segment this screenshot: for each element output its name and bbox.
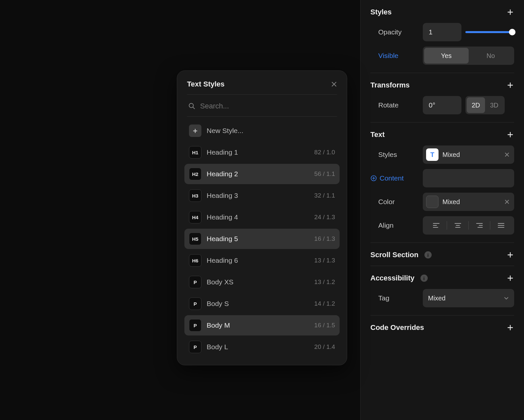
close-icon[interactable]: [331, 81, 337, 87]
align-center-button[interactable]: [447, 220, 468, 231]
style-name: Heading 6: [207, 257, 309, 264]
add-style-button[interactable]: [506, 8, 514, 16]
color-value: Mixed: [442, 198, 499, 206]
style-item[interactable]: H5Heading 516 / 1.3: [184, 229, 340, 249]
style-name: Body M: [207, 321, 309, 329]
align-justify-button[interactable]: [490, 220, 512, 231]
add-code-override-button[interactable]: [506, 324, 514, 332]
mode-3d[interactable]: 3D: [485, 97, 503, 113]
opacity-input[interactable]: [423, 23, 461, 41]
clear-color-icon[interactable]: [503, 198, 511, 206]
code-overrides-section: Code Overrides: [370, 323, 514, 340]
align-left-button[interactable]: [425, 220, 447, 231]
style-item[interactable]: PBody L20 / 1.4: [184, 337, 340, 357]
style-name: Body XS: [207, 278, 309, 286]
text-styles-label: Styles: [370, 151, 423, 159]
style-name: Heading 1: [207, 148, 309, 156]
style-meta: 24 / 1.3: [314, 214, 335, 221]
text-style-value: Mixed: [442, 151, 499, 159]
tag-label: Tag: [370, 294, 423, 302]
style-item[interactable]: H2Heading 256 / 1.1: [184, 164, 340, 184]
new-style-label: New Style...: [207, 127, 335, 135]
accessibility-section: Accessibility i Tag Mixed: [370, 274, 514, 315]
align-group: [423, 216, 514, 235]
tag-value: Mixed: [428, 295, 445, 302]
visible-toggle[interactable]: Yes No: [423, 47, 514, 65]
style-badge: H3: [189, 189, 201, 202]
visible-label: Visible: [370, 52, 423, 60]
style-badge: H1: [189, 146, 201, 159]
scroll-section: Scroll Section i: [370, 251, 514, 266]
style-badge: P: [189, 276, 201, 288]
style-meta: 82 / 1.0: [314, 149, 335, 156]
align-label: Align: [370, 221, 423, 229]
style-name: Heading 2: [207, 170, 309, 178]
style-name: Heading 3: [207, 192, 309, 200]
style-item[interactable]: H1Heading 182 / 1.0: [184, 142, 340, 162]
style-item[interactable]: H4Heading 424 / 1.3: [184, 207, 340, 227]
transforms-title: Transforms: [370, 81, 410, 89]
style-badge: P: [189, 297, 201, 310]
style-meta: 16 / 1.5: [314, 322, 335, 329]
info-icon[interactable]: i: [424, 251, 432, 258]
style-list: ＋ New Style... H1Heading 182 / 1.0H2Head…: [184, 121, 340, 357]
style-badge: H6: [189, 254, 201, 267]
style-item[interactable]: H3Heading 332 / 1.1: [184, 185, 340, 206]
accessibility-title: Accessibility: [370, 274, 415, 282]
style-name: Body S: [207, 300, 309, 308]
text-section: Text Styles T Mixed: [370, 130, 514, 243]
style-item[interactable]: PBody XS13 / 1.2: [184, 272, 340, 292]
style-meta: 20 / 1.4: [314, 343, 335, 351]
rotate-input[interactable]: [423, 96, 461, 114]
add-scroll-button[interactable]: [506, 251, 514, 259]
style-meta: 32 / 1.1: [314, 192, 335, 199]
style-item[interactable]: PBody S14 / 1.2: [184, 294, 340, 314]
content-input[interactable]: [423, 169, 514, 187]
add-content-icon[interactable]: [370, 175, 377, 181]
text-style-icon: T: [426, 148, 439, 161]
style-badge: H5: [189, 233, 201, 245]
add-text-button[interactable]: [506, 131, 514, 139]
color-swatch-icon: [426, 196, 439, 208]
style-badge: H4: [189, 211, 201, 223]
styles-section: Styles Opacity Visible Yes No: [370, 8, 514, 73]
align-right-button[interactable]: [469, 220, 490, 231]
opacity-slider[interactable]: [465, 31, 514, 33]
inspector-panel: Styles Opacity Visible Yes No: [360, 0, 524, 420]
color-label: Color: [370, 198, 423, 206]
style-meta: 13 / 1.3: [314, 257, 335, 264]
content-label: Content: [380, 174, 404, 182]
scroll-title: Scroll Section: [370, 251, 419, 259]
transform-mode-toggle[interactable]: 2D 3D: [465, 96, 505, 114]
chevron-down-icon: [504, 296, 509, 301]
tag-select[interactable]: Mixed: [423, 289, 514, 307]
styles-title: Styles: [370, 8, 392, 16]
new-style-item[interactable]: ＋ New Style...: [184, 121, 340, 141]
style-meta: 14 / 1.2: [314, 300, 335, 307]
opacity-label: Opacity: [370, 28, 423, 36]
style-search-input[interactable]: [200, 102, 336, 110]
style-meta: 56 / 1.1: [314, 170, 335, 178]
text-color-chip[interactable]: Mixed: [423, 193, 514, 211]
mode-2d[interactable]: 2D: [467, 97, 485, 113]
visible-yes[interactable]: Yes: [424, 48, 469, 64]
text-styles-popover: Text Styles ＋ New Style... H1Heading 182…: [177, 70, 347, 365]
search-icon: [188, 103, 196, 110]
style-item[interactable]: PBody M16 / 1.5: [184, 315, 340, 335]
style-name: Heading 4: [207, 213, 309, 221]
plus-icon: ＋: [189, 124, 201, 137]
code-title: Code Overrides: [370, 323, 424, 332]
info-icon[interactable]: i: [421, 275, 428, 282]
clear-text-style-icon[interactable]: [503, 151, 511, 159]
style-badge: P: [189, 319, 201, 332]
popover-title: Text Styles: [187, 80, 225, 88]
style-meta: 13 / 1.2: [314, 278, 335, 286]
visible-no[interactable]: No: [469, 48, 513, 64]
style-badge: P: [189, 341, 201, 353]
style-meta: 16 / 1.3: [314, 235, 335, 242]
add-transform-button[interactable]: [506, 81, 514, 89]
style-item[interactable]: H6Heading 613 / 1.3: [184, 250, 340, 271]
add-accessibility-button[interactable]: [506, 274, 514, 282]
text-style-chip[interactable]: T Mixed: [423, 145, 514, 164]
style-badge: H2: [189, 168, 201, 180]
